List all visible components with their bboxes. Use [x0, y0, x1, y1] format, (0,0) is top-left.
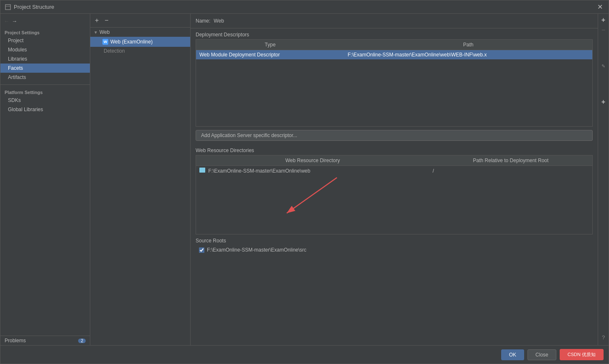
- project-structure-window: Project Structure ✕ ← → Project Settings…: [0, 0, 609, 364]
- tree-expand-arrow: ▼: [94, 30, 98, 35]
- ok-button[interactable]: OK: [501, 349, 524, 360]
- nav-row: ← →: [0, 17, 90, 28]
- web-resource-row-path: /: [429, 166, 592, 176]
- right-edge-buttons: + − ✎ + ?: [598, 14, 609, 345]
- name-row: Name: Web: [191, 14, 598, 28]
- deployment-col-path: Path: [344, 40, 592, 50]
- problems-row[interactable]: Problems 2: [0, 336, 90, 345]
- tree-root-label: Web: [99, 29, 110, 35]
- right-panel-inner: Deployment Descriptors Type Path: [191, 28, 598, 345]
- web-resource-section: Web Resource Directories Web Resource Di…: [191, 144, 598, 234]
- csdn-button[interactable]: CSDN 优质知: [560, 349, 604, 360]
- web-resource-title: Web Resource Directories: [191, 144, 598, 155]
- deployment-descriptors-title: Deployment Descriptors: [191, 28, 598, 39]
- window-title: Project Structure: [14, 4, 596, 10]
- main-content: ← → Project Settings Project Modules Lib…: [0, 14, 609, 345]
- tree-child-label: Web (ExamOnline): [110, 39, 153, 45]
- remove-facet-button[interactable]: −: [103, 16, 110, 25]
- deployment-row-path: F:\ExamOnline-SSM-master\ExamOnline\web\…: [344, 50, 592, 60]
- middle-toolbar: + −: [90, 14, 190, 28]
- web-facet-icon: W: [102, 38, 109, 45]
- close-dialog-button[interactable]: Close: [527, 349, 556, 360]
- middle-panel: + − ▼ Web W Web (ExamOnline) Detection: [90, 14, 191, 345]
- table-row-empty: [196, 59, 592, 126]
- problems-label: Problems: [5, 338, 26, 344]
- sidebar-artifacts-label: Artifacts: [8, 74, 26, 80]
- detection-label: Detection: [104, 48, 125, 54]
- source-root-checkbox[interactable]: [199, 247, 204, 253]
- sidebar-item-artifacts[interactable]: Artifacts: [0, 73, 90, 82]
- tree-child-web-examonline[interactable]: W Web (ExamOnline): [90, 37, 190, 47]
- table-row[interactable]: Web Module Deployment Descriptor F:\Exam…: [196, 50, 592, 60]
- platform-settings-header: Platform Settings: [0, 87, 90, 96]
- web-resource-table-container: Web Resource Directory Path Relative to …: [196, 155, 593, 234]
- edit-icon-button[interactable]: ✎: [599, 61, 608, 71]
- web-resource-row-dir: F:\ExamOnline-SSM-master\ExamOnline\web: [196, 166, 429, 176]
- forward-arrow[interactable]: →: [12, 18, 17, 24]
- add-descriptor-side-button[interactable]: +: [599, 15, 608, 25]
- deployment-col-type: Type: [196, 40, 344, 50]
- source-root-row[interactable]: F:\ExamOnline-SSM-master\ExamOnline\src: [191, 245, 598, 255]
- close-button[interactable]: ✕: [596, 3, 604, 11]
- back-arrow[interactable]: ←: [4, 18, 9, 24]
- sidebar-item-modules[interactable]: Modules: [0, 45, 90, 54]
- add-server-descriptor-button[interactable]: Add Application Server specific descript…: [196, 130, 593, 141]
- right-main: Name: Web Deployment Descriptors Type: [191, 14, 598, 345]
- sidebar-project-label: Project: [8, 38, 23, 43]
- add-facet-button[interactable]: +: [94, 16, 100, 25]
- add-resource-side-button[interactable]: +: [599, 97, 608, 107]
- project-settings-header: Project Settings: [0, 28, 90, 36]
- bottom-bar: OK Close CSDN 优质知: [0, 345, 609, 364]
- sidebar-item-facets[interactable]: Facets: [0, 64, 90, 73]
- tree-root-web[interactable]: ▼ Web: [90, 28, 190, 37]
- source-roots-section: Source Roots F:\ExamOnline-SSM-master\Ex…: [191, 234, 598, 255]
- sidebar-facets-label: Facets: [8, 65, 23, 71]
- sidebar-item-global-libraries[interactable]: Global Libraries: [0, 105, 90, 114]
- deployment-table: Type Path Web Module Deployment Descript…: [196, 40, 592, 126]
- sidebar-divider: [0, 84, 90, 85]
- problems-badge: 2: [78, 339, 86, 343]
- sidebar-item-libraries[interactable]: Libraries: [0, 54, 90, 64]
- right-content-area: Name: Web Deployment Descriptors Type: [191, 14, 609, 345]
- table-row-empty: [196, 176, 592, 234]
- name-field-label: Name:: [196, 18, 210, 24]
- web-resource-col-dir: Web Resource Directory: [196, 155, 429, 166]
- svg-rect-0: [5, 5, 10, 10]
- sidebar-libraries-label: Libraries: [8, 56, 27, 62]
- sidebar-sdks-label: SDKs: [8, 97, 21, 103]
- remove-descriptor-side-button[interactable]: −: [599, 25, 608, 35]
- folder-icon: [199, 168, 205, 173]
- sidebar-global-libraries-label: Global Libraries: [8, 107, 43, 112]
- deployment-table-container: Type Path Web Module Deployment Descript…: [196, 39, 593, 127]
- web-resource-col-path: Path Relative to Deployment Root: [429, 155, 592, 166]
- window-icon: [5, 4, 11, 10]
- tree-detection-item[interactable]: Detection: [90, 47, 190, 55]
- name-field-value: Web: [214, 18, 593, 24]
- sidebar-item-sdks[interactable]: SDKs: [0, 96, 90, 105]
- sidebar-modules-label: Modules: [8, 47, 27, 53]
- title-bar: Project Structure ✕: [0, 0, 609, 14]
- sidebar: ← → Project Settings Project Modules Lib…: [0, 14, 90, 345]
- web-resource-table: Web Resource Directory Path Relative to …: [196, 155, 592, 234]
- help-side-button[interactable]: ?: [599, 333, 608, 342]
- deployment-descriptors-section: Deployment Descriptors Type Path: [191, 28, 598, 144]
- table-row[interactable]: F:\ExamOnline-SSM-master\ExamOnline\web …: [196, 166, 592, 176]
- sidebar-item-project[interactable]: Project: [0, 36, 90, 45]
- source-root-path: F:\ExamOnline-SSM-master\ExamOnline\src: [207, 247, 306, 253]
- source-roots-title: Source Roots: [191, 234, 598, 245]
- deployment-row-type: Web Module Deployment Descriptor: [196, 50, 344, 60]
